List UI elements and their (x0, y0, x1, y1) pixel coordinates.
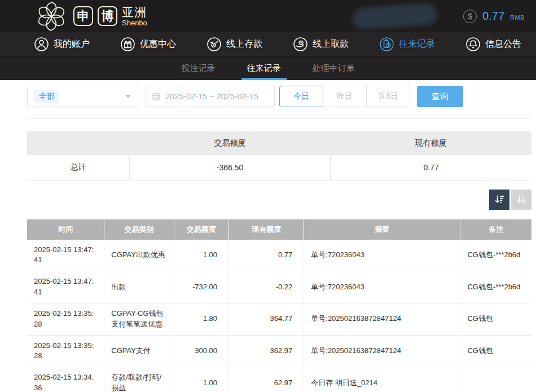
table-header-row: 时间 交易类别 交易额度 现有额度 摘要 备注 (27, 219, 531, 240)
dollar-circle-icon: $ (463, 10, 477, 23)
table-cell: 2025-02-15 13:47:41 (27, 240, 104, 271)
table-cell: 单号:720236043 (304, 271, 460, 303)
table-cell: 1.00 (174, 240, 229, 271)
table-cell: 2025-02-15 13:35:28 (27, 303, 104, 335)
nav-item-promotions[interactable]: 优惠中心 (120, 37, 176, 52)
table-cell: -732.00 (174, 271, 229, 303)
table-cell: 62.97 (229, 367, 304, 392)
redacted-username (352, 2, 438, 29)
nav-item-label: 线上存款 (226, 38, 262, 50)
transactions-table: 时间 交易类别 交易额度 现有额度 摘要 备注 2025-02-15 13:47… (27, 219, 531, 392)
table-cell: 364.77 (229, 303, 304, 335)
tab-bet-records[interactable]: 投注记录 (179, 56, 218, 80)
search-button[interactable]: 查询 (417, 86, 463, 107)
summary-table: 交易额度 现有额度 总计 -366.50 0.77 (27, 131, 531, 180)
flower-logo-icon (35, 1, 68, 32)
logo-char-box: 博 (98, 6, 117, 26)
balance-currency: RMB (510, 14, 525, 21)
table-cell: 单号:202502163872847124 (304, 303, 460, 335)
logo-region-text: 亚洲 (122, 6, 147, 18)
table-cell: 单号:720236043 (304, 240, 460, 271)
bell-icon (465, 37, 481, 52)
nav-item-label: 线上取款 (313, 38, 349, 50)
table-cell: 单号:202502163872847124 (304, 335, 460, 367)
nav-item-records[interactable]: 往来记录 (379, 37, 435, 52)
calendar-icon (152, 92, 161, 101)
type-select-value: 全部 (34, 90, 59, 103)
sort-ascending-button[interactable] (511, 190, 531, 210)
table-cell: CGPAY-CG钱包支付笔笔送优惠 (104, 303, 174, 335)
table-cell: CG钱包 (460, 303, 531, 335)
table-cell: 362.97 (229, 335, 304, 367)
nav-item-label: 优惠中心 (140, 38, 176, 50)
table-cell: CGPAY出款优惠 (104, 240, 174, 271)
table-cell: CG钱包-***2b6d (460, 271, 531, 303)
nav-item-announcements[interactable]: 信息公告 (465, 37, 521, 52)
nav-item-label: 信息公告 (485, 38, 521, 50)
column-header-current-balance: 现有额度 (229, 219, 304, 240)
nav-item-deposit[interactable]: 线上存款 (207, 37, 262, 52)
sort-controls (27, 190, 531, 210)
filter-row: 全部 2025-02-15 ~ 2025-02-15 今日 昨日 近8日 查询 (27, 86, 531, 107)
table-row: 2025-02-15 13:34:36存款/取款/打码/损益1.0062.97今… (27, 367, 531, 392)
summary-header-row: 交易额度 现有额度 (27, 131, 531, 155)
table-cell: 存款/取款/打码/损益 (104, 367, 174, 392)
summary-total-row: 总计 -366.50 0.77 (27, 155, 531, 180)
table-cell: 300.00 (174, 335, 229, 367)
logo-region: 亚洲 Shenbo (122, 6, 147, 27)
deposit-icon (207, 37, 222, 52)
date-range-value: 2025-02-15 ~ 2025-02-15 (165, 92, 258, 101)
header-right: $ 0.77 RMB (353, 0, 525, 32)
table-cell: 1.00 (174, 367, 229, 392)
main-content: 全部 2025-02-15 ~ 2025-02-15 今日 昨日 近8日 查询 (0, 80, 536, 392)
sort-amount-desc-icon (494, 194, 505, 205)
table-cell: 出款 (104, 271, 174, 303)
yesterday-button[interactable]: 昨日 (323, 86, 367, 107)
nav-item-label: 往来记录 (399, 38, 435, 50)
summary-total-label: 总计 (27, 155, 129, 180)
balance-amount[interactable]: 0.77 (482, 10, 504, 23)
tab-transaction-records[interactable]: 往来记录 (245, 56, 283, 80)
site-logo[interactable]: 申 博 亚洲 Shenbo (35, 1, 147, 32)
table-row: 2025-02-15 13:35:28CGPAY-CG钱包支付笔笔送优惠1.80… (27, 303, 531, 335)
tab-pending-orders[interactable]: 处理中订单 (310, 56, 357, 80)
summary-header-trade-amount: 交易额度 (129, 131, 330, 155)
date-range-input[interactable]: 2025-02-15 ~ 2025-02-15 (146, 86, 275, 107)
column-header-remark: 备注 (460, 219, 531, 240)
table-row: 2025-02-15 13:47:41CGPAY出款优惠1.000.77单号:7… (27, 240, 531, 271)
table-cell: CG钱包-***2b6d (460, 240, 531, 271)
column-header-category: 交易类别 (104, 219, 174, 240)
summary-header-empty (27, 131, 129, 155)
last-8-days-button[interactable]: 近8日 (366, 86, 410, 107)
column-header-trade-amount: 交易额度 (174, 219, 229, 240)
table-cell: CGPAY支付 (104, 335, 174, 367)
quick-date-group: 今日 昨日 近8日 (279, 86, 410, 107)
transactions-body: 2025-02-15 13:47:41CGPAY出款优惠1.000.77单号:7… (27, 240, 531, 392)
today-button[interactable]: 今日 (279, 86, 323, 107)
subtab-bar: 投注记录 往来记录 处理中订单 (0, 56, 536, 80)
table-row: 2025-02-15 13:47:41出款-732.00-0.22单号:7202… (27, 271, 531, 303)
chevron-down-icon (125, 95, 131, 98)
table-cell: 1.80 (174, 303, 229, 335)
section-divider (27, 118, 531, 119)
column-header-time: 时间 (27, 219, 104, 240)
table-cell: 2025-02-15 13:47:41 (27, 271, 104, 303)
type-select[interactable]: 全部 (27, 86, 138, 107)
table-cell: -0.22 (229, 271, 304, 303)
top-header: 申 博 亚洲 Shenbo $ 0.77 RMB (0, 0, 536, 32)
logo-char-box: 申 (73, 6, 93, 26)
column-header-summary: 摘要 (304, 219, 460, 240)
table-cell: 2025-02-15 13:34:36 (27, 367, 104, 392)
nav-item-withdraw[interactable]: 线上取款 (293, 37, 349, 52)
table-cell: 2025-02-15 13:35:28 (27, 335, 104, 367)
user-icon (34, 37, 49, 52)
table-cell (460, 367, 531, 392)
sort-descending-button[interactable] (489, 190, 509, 210)
gift-icon (120, 37, 135, 52)
nav-item-my-account[interactable]: 我的账户 (34, 37, 90, 52)
summary-current-balance: 0.77 (331, 155, 531, 180)
table-cell: CG钱包 (460, 335, 531, 367)
table-row: 2025-02-15 13:35:28CGPAY支付300.00362.97单号… (27, 335, 531, 367)
table-cell: 今日存 明日送_0214 (304, 367, 460, 392)
logo-subtitle: Shenbo (122, 19, 147, 27)
